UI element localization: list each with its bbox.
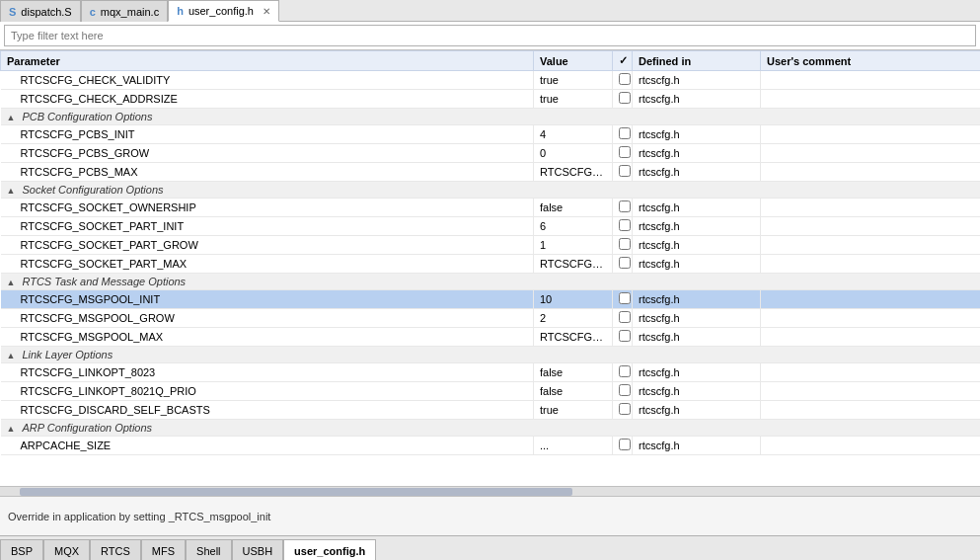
- param-checkbox[interactable]: [619, 127, 631, 139]
- param-checkbox-cell[interactable]: [613, 363, 633, 382]
- bottom-tab-shell[interactable]: Shell: [186, 539, 231, 560]
- table-row[interactable]: ▲RTCS Task and Message Options: [1, 274, 981, 290]
- table-row[interactable]: RTCSCFG_PCBS_GROW0rtcscfg.h: [1, 144, 981, 163]
- bottom-tab-user-config-label: user_config.h: [294, 545, 365, 557]
- bottom-tab-mqx[interactable]: MQX: [43, 539, 90, 560]
- table-header-row: Parameter Value ✓ Defined in User's comm…: [1, 51, 981, 71]
- table-row[interactable]: ARPCACHE_SIZE...rtcscfg.h: [1, 437, 981, 455]
- table-row[interactable]: RTCSCFG_SOCKET_PART_MAXRTCSCFG_SOCK...rt…: [1, 255, 981, 274]
- param-checkbox-cell[interactable]: [613, 255, 633, 274]
- param-name: RTCSCFG_SOCKET_PART_INIT: [1, 217, 534, 236]
- table-row[interactable]: RTCSCFG_LINKOPT_8021Q_PRIOfalsertcscfg.h: [1, 382, 981, 401]
- param-checkbox[interactable]: [619, 146, 631, 158]
- param-checkbox[interactable]: [619, 439, 631, 450]
- param-checkbox-cell[interactable]: [613, 71, 633, 90]
- bottom-tab-bsp[interactable]: BSP: [0, 539, 43, 560]
- table-row[interactable]: RTCSCFG_MSGPOOL_INIT10rtcscfg.h: [1, 290, 981, 309]
- param-comment: [761, 199, 981, 217]
- param-name: RTCSCFG_MSGPOOL_GROW: [1, 309, 534, 328]
- param-checkbox[interactable]: [619, 257, 631, 269]
- param-checkbox[interactable]: [619, 219, 631, 231]
- param-checkbox-cell[interactable]: [613, 236, 633, 255]
- param-name: RTCSCFG_PCBS_INIT: [1, 125, 534, 144]
- horizontal-scrollbar[interactable]: [0, 486, 980, 496]
- param-checkbox-cell[interactable]: [613, 163, 633, 182]
- col-parameter: Parameter: [1, 51, 534, 71]
- param-checkbox[interactable]: [619, 292, 631, 304]
- bottom-tab-mfs[interactable]: MFS: [141, 539, 186, 560]
- table-row[interactable]: RTCSCFG_DISCARD_SELF_BCASTStruertcscfg.h: [1, 401, 981, 420]
- param-checkbox-cell[interactable]: [613, 199, 633, 217]
- param-name: RTCSCFG_MSGPOOL_MAX: [1, 328, 534, 347]
- param-checkbox[interactable]: [619, 92, 631, 104]
- tab-user-config[interactable]: h user_config.h ✕: [168, 0, 279, 22]
- param-checkbox[interactable]: [619, 330, 631, 342]
- param-checkbox[interactable]: [619, 365, 631, 377]
- param-comment: [761, 71, 981, 90]
- col-check: ✓: [613, 51, 633, 71]
- param-value: 0: [534, 144, 613, 163]
- param-checkbox[interactable]: [619, 73, 631, 85]
- param-comment: [761, 217, 981, 236]
- col-defined-in: Defined in: [633, 51, 761, 71]
- param-defined: rtcscfg.h: [633, 163, 761, 182]
- group-label: ▲RTCS Task and Message Options: [1, 274, 981, 290]
- scrollbar-thumb[interactable]: [20, 488, 572, 496]
- param-checkbox[interactable]: [619, 238, 631, 250]
- col-value: Value: [534, 51, 613, 71]
- table-row[interactable]: RTCSCFG_PCBS_INIT4rtcscfg.h: [1, 125, 981, 144]
- bottom-tab-usbh[interactable]: USBH: [232, 539, 284, 560]
- bottom-tab-rtcs[interactable]: RTCS: [90, 539, 141, 560]
- param-defined: rtcscfg.h: [633, 437, 761, 455]
- param-value: false: [534, 363, 613, 382]
- table-row[interactable]: RTCSCFG_CHECK_VALIDITYtruertcscfg.h: [1, 71, 981, 90]
- param-checkbox[interactable]: [619, 311, 631, 323]
- param-checkbox-cell[interactable]: [613, 309, 633, 328]
- table-row[interactable]: RTCSCFG_SOCKET_OWNERSHIPfalsertcscfg.h: [1, 199, 981, 217]
- param-value: false: [534, 382, 613, 401]
- param-value: 10: [534, 290, 613, 309]
- param-checkbox-cell[interactable]: [613, 437, 633, 455]
- table-row[interactable]: ▲Link Layer Options: [1, 347, 981, 363]
- param-value: ...: [534, 437, 613, 455]
- param-checkbox[interactable]: [619, 200, 631, 212]
- param-checkbox-cell[interactable]: [613, 125, 633, 144]
- table-row[interactable]: RTCSCFG_CHECK_ADDRSIZEtruertcscfg.h: [1, 90, 981, 109]
- param-checkbox-cell[interactable]: [613, 144, 633, 163]
- table-row[interactable]: RTCSCFG_SOCKET_PART_INIT6rtcscfg.h: [1, 217, 981, 236]
- filter-input[interactable]: [4, 25, 976, 46]
- tab-mqx-main[interactable]: c mqx_main.c: [81, 0, 168, 22]
- param-defined: rtcscfg.h: [633, 236, 761, 255]
- tab-dispatch[interactable]: S dispatch.S: [0, 0, 81, 22]
- table-row[interactable]: ▲PCB Configuration Options: [1, 109, 981, 125]
- param-comment: [761, 328, 981, 347]
- table-row[interactable]: RTCSCFG_PCBS_MAXRTCSCFG_PCBS_...rtcscfg.…: [1, 163, 981, 182]
- group-label: ▲Link Layer Options: [1, 347, 981, 363]
- param-name: RTCSCFG_CHECK_ADDRSIZE: [1, 90, 534, 109]
- param-checkbox[interactable]: [619, 384, 631, 396]
- param-defined: rtcscfg.h: [633, 125, 761, 144]
- table-row[interactable]: RTCSCFG_MSGPOOL_MAXRTCSCFG_MSGP...rtcscf…: [1, 328, 981, 347]
- table-row[interactable]: RTCSCFG_LINKOPT_8023falsertcscfg.h: [1, 363, 981, 382]
- param-checkbox-cell[interactable]: [613, 401, 633, 420]
- param-comment: [761, 401, 981, 420]
- param-checkbox-cell[interactable]: [613, 217, 633, 236]
- dispatch-icon: S: [9, 6, 16, 18]
- param-value: 2: [534, 309, 613, 328]
- param-checkbox[interactable]: [619, 165, 631, 177]
- param-checkbox-cell[interactable]: [613, 328, 633, 347]
- param-checkbox[interactable]: [619, 403, 631, 415]
- param-checkbox-cell[interactable]: [613, 90, 633, 109]
- table-container[interactable]: Parameter Value ✓ Defined in User's comm…: [0, 50, 980, 486]
- param-comment: [761, 363, 981, 382]
- param-checkbox-cell[interactable]: [613, 290, 633, 309]
- tab-close-icon[interactable]: ✕: [263, 6, 270, 17]
- param-value: 6: [534, 217, 613, 236]
- table-row[interactable]: RTCSCFG_MSGPOOL_GROW2rtcscfg.h: [1, 309, 981, 328]
- table-row[interactable]: ▲Socket Configuration Options: [1, 182, 981, 199]
- table-row[interactable]: ▲ARP Configuration Options: [1, 420, 981, 437]
- table-row[interactable]: RTCSCFG_SOCKET_PART_GROW1rtcscfg.h: [1, 236, 981, 255]
- bottom-tab-user-config[interactable]: user_config.h: [283, 539, 376, 560]
- param-checkbox-cell[interactable]: [613, 382, 633, 401]
- status-bar: Override in application by setting _RTCS…: [0, 496, 980, 535]
